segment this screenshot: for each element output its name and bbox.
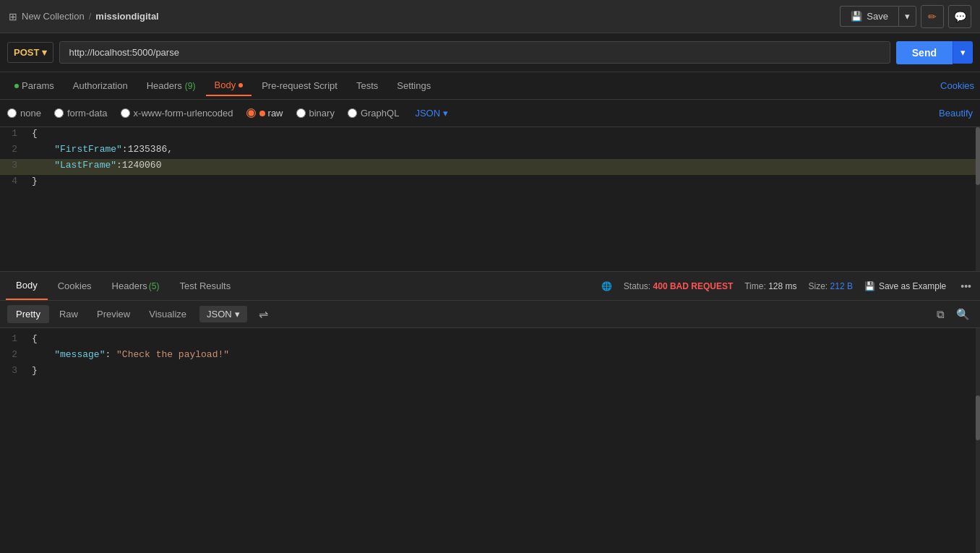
chat-icon: 💬 xyxy=(954,11,966,22)
breadcrumb: ⊞ New Collection / missiondigital xyxy=(9,11,159,22)
pencil-button[interactable]: ✏ xyxy=(921,5,944,28)
resp-line-2: 2 "message": "Check the payload!" xyxy=(0,348,980,364)
request-name: missiondigital xyxy=(95,11,158,22)
response-format-bar: Pretty Raw Preview Visualize JSON ▾ ⇌ ⧉ … xyxy=(0,301,980,328)
tab-tests[interactable]: Tests xyxy=(348,76,387,95)
scrollbar-thumb xyxy=(976,127,980,185)
resp-scrollbar-track xyxy=(976,328,980,553)
response-code-viewer: 1 { 2 "message": "Check the payload!" 3 … xyxy=(0,328,980,553)
globe-icon: 🌐 xyxy=(601,281,612,291)
method-label: POST xyxy=(14,47,39,58)
body-type-none[interactable]: none xyxy=(7,108,41,119)
breadcrumb-separator: / xyxy=(89,11,92,22)
body-type-urlencoded[interactable]: x-www-form-urlencoded xyxy=(121,108,233,119)
send-button-group: Send ▾ xyxy=(896,41,973,64)
resp-tab-body[interactable]: Body xyxy=(6,272,48,300)
code-line-2: 2 "FirstFrame":1235386, xyxy=(0,143,980,159)
top-bar-actions: 💾 Save ▾ ✏ 💬 xyxy=(840,5,971,28)
save-button[interactable]: 💾 Save xyxy=(840,6,898,27)
tab-authorization[interactable]: Authorization xyxy=(64,76,137,95)
json-dropdown-icon: ▾ xyxy=(443,108,448,119)
response-action-icons: ⧉ 🔍 xyxy=(934,305,973,324)
resp-tab-cookies[interactable]: Cookies xyxy=(48,272,102,300)
fmt-tab-pretty[interactable]: Pretty xyxy=(7,305,49,323)
send-dropdown-button[interactable]: ▾ xyxy=(953,41,973,64)
save-dropdown-button[interactable]: ▾ xyxy=(898,6,916,27)
params-dot xyxy=(14,84,19,88)
chat-button[interactable]: 💬 xyxy=(948,5,971,28)
top-bar: ⊞ New Collection / missiondigital 💾 Save… xyxy=(0,0,980,33)
tab-body[interactable]: Body xyxy=(206,75,252,96)
response-tabs-bar: Body Cookies Headers (5) Test Results 🌐 … xyxy=(0,272,980,301)
code-line-4: 4 } xyxy=(0,175,980,191)
tab-headers[interactable]: Headers (9) xyxy=(138,76,205,95)
tab-settings[interactable]: Settings xyxy=(388,76,439,95)
resp-line-1: 1 { xyxy=(0,333,980,348)
body-type-form-data[interactable]: form-data xyxy=(54,108,108,119)
request-tabs-bar: Params Authorization Headers (9) Body Pr… xyxy=(0,72,980,100)
pencil-icon: ✏ xyxy=(928,11,937,22)
json-select[interactable]: JSON ▾ xyxy=(415,108,448,119)
code-line-3: 3 "LastFrame":1240060 xyxy=(0,159,980,175)
request-body-editor[interactable]: 1 { 2 "FirstFrame":1235386, 3 "LastFrame… xyxy=(0,127,980,272)
resp-tab-headers[interactable]: Headers (5) xyxy=(102,272,170,300)
resp-line-3: 3 } xyxy=(0,364,980,380)
scrollbar-track xyxy=(976,127,980,271)
method-dropdown-icon: ▾ xyxy=(42,47,47,58)
response-json-dropdown-icon: ▾ xyxy=(235,309,240,320)
tab-params[interactable]: Params xyxy=(6,76,63,95)
body-dot xyxy=(238,83,243,87)
resp-scrollbar-thumb xyxy=(976,395,980,440)
copy-response-button[interactable]: ⧉ xyxy=(934,305,947,324)
search-response-button[interactable]: 🔍 xyxy=(953,305,973,324)
wrap-lines-icon[interactable]: ⇌ xyxy=(253,304,274,324)
save-example-icon: 💾 xyxy=(864,281,875,291)
save-button-group: 💾 Save ▾ xyxy=(840,6,916,27)
beautify-button[interactable]: Beautify xyxy=(939,108,973,119)
send-button[interactable]: Send xyxy=(896,41,953,64)
collection-icon: ⊞ xyxy=(9,11,17,22)
url-bar: POST ▾ Send ▾ xyxy=(0,33,980,72)
fmt-tab-preview[interactable]: Preview xyxy=(88,305,139,323)
resp-tab-test-results[interactable]: Test Results xyxy=(169,272,241,300)
cookies-link[interactable]: Cookies xyxy=(940,80,974,91)
status-info: 🌐 Status: 400 BAD REQUEST Time: 128 ms S… xyxy=(601,280,974,292)
body-type-bar: none form-data x-www-form-urlencoded raw… xyxy=(0,100,980,127)
tab-pre-request[interactable]: Pre-request Script xyxy=(253,76,346,95)
fmt-tab-raw[interactable]: Raw xyxy=(51,305,87,323)
fmt-tab-visualize[interactable]: Visualize xyxy=(140,305,195,323)
save-example-button[interactable]: 💾 Save as Example xyxy=(864,281,946,291)
method-select[interactable]: POST ▾ xyxy=(7,42,53,63)
more-options-button[interactable]: ••• xyxy=(958,280,974,292)
save-icon: 💾 xyxy=(851,11,862,22)
url-input[interactable] xyxy=(59,41,890,64)
body-type-graphql[interactable]: GraphQL xyxy=(348,108,399,119)
body-type-raw[interactable]: raw xyxy=(246,108,283,119)
time-value: 128 ms xyxy=(768,281,796,291)
collection-label[interactable]: New Collection xyxy=(22,11,85,22)
code-line-1: 1 { xyxy=(0,127,980,143)
size-value: 212 B xyxy=(830,281,853,291)
body-type-binary[interactable]: binary xyxy=(296,108,335,119)
status-value: 400 BAD REQUEST xyxy=(653,281,734,291)
response-json-select[interactable]: JSON ▾ xyxy=(199,306,247,322)
